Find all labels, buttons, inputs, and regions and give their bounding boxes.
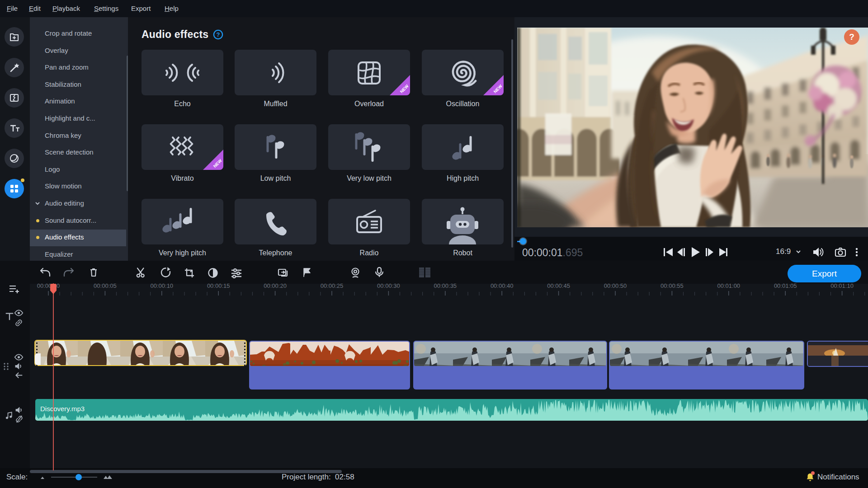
svg-text:00:00:40: 00:00:40: [491, 282, 514, 289]
svg-text:?: ?: [217, 31, 220, 38]
svg-text:00:00:25: 00:00:25: [321, 282, 344, 289]
svg-text:00:00:45: 00:00:45: [547, 282, 570, 289]
svg-text:00:01:05: 00:01:05: [774, 282, 797, 289]
svg-text:00:00:30: 00:00:30: [377, 282, 400, 289]
svg-text:00:00:55: 00:00:55: [660, 282, 684, 289]
svg-text:00:00:50: 00:00:50: [604, 282, 627, 289]
svg-text:00:01:00: 00:01:00: [717, 282, 740, 289]
svg-text:00:00:35: 00:00:35: [434, 282, 457, 289]
svg-text:00:01:10: 00:01:10: [830, 282, 854, 289]
